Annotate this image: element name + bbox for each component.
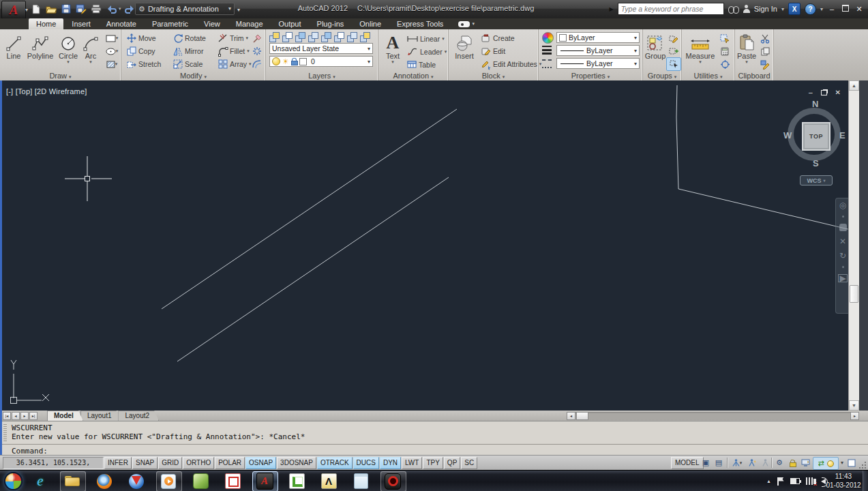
- edit-attributes-button[interactable]: Edit Attributes▾: [481, 58, 541, 70]
- panel-label-groups[interactable]: Groups ▾: [643, 72, 681, 80]
- wcs-menu[interactable]: WCS▾: [800, 175, 833, 185]
- taskbar-browser-icon[interactable]: [126, 472, 147, 490]
- fillet-button[interactable]: Fillet▾: [218, 45, 250, 57]
- tab-online[interactable]: Online: [352, 18, 389, 29]
- command-window-grip[interactable]: [3, 424, 7, 442]
- copy-button[interactable]: Copy: [127, 45, 155, 57]
- circle-button[interactable]: Circle ▾: [56, 31, 80, 64]
- toggle-osnap[interactable]: OSNAP: [245, 457, 276, 469]
- toggle-snap[interactable]: SNAP: [132, 457, 158, 469]
- scale-button[interactable]: Scale: [173, 58, 203, 70]
- hscroll-thumb[interactable]: [576, 412, 588, 420]
- polyline-button[interactable]: Polyline: [25, 31, 56, 60]
- window-close-button[interactable]: ✕: [854, 4, 864, 14]
- group-button[interactable]: Group: [644, 31, 667, 60]
- toggle-tpy[interactable]: TPY: [423, 457, 443, 469]
- redo-button[interactable]: [124, 3, 136, 15]
- layer-freeze-icon[interactable]: [334, 32, 344, 42]
- undo-button[interactable]: [105, 3, 117, 15]
- viewcube-south[interactable]: S: [813, 158, 819, 168]
- block-edit-button[interactable]: Edit: [481, 45, 505, 57]
- tab-home[interactable]: Home: [29, 18, 63, 29]
- save-button[interactable]: [60, 3, 72, 15]
- tab-manage[interactable]: Manage: [228, 18, 271, 29]
- quick-select-button[interactable]: [717, 31, 732, 45]
- help-icon[interactable]: ?: [805, 3, 816, 15]
- group-selection-toggle-button[interactable]: [666, 57, 681, 71]
- block-create-button[interactable]: Create: [481, 32, 515, 44]
- start-button[interactable]: [4, 472, 23, 490]
- auto-annotate-button[interactable]: [759, 457, 771, 468]
- layer-match-icon[interactable]: [282, 32, 292, 42]
- next-layout-button[interactable]: ▸: [20, 412, 29, 420]
- open-file-button[interactable]: [45, 3, 57, 15]
- tab-parametric[interactable]: Parametric: [145, 18, 196, 29]
- vertical-scrollbar[interactable]: ▲ ▼: [848, 80, 859, 411]
- linear-dimension-button[interactable]: Linear▾: [407, 33, 445, 44]
- taskbar-explorer-icon[interactable]: [62, 472, 83, 490]
- taskbar-red-app-icon[interactable]: [222, 472, 243, 490]
- taskbar-recorder-icon[interactable]: [383, 472, 403, 490]
- layer-lock-icon[interactable]: [360, 32, 370, 42]
- panel-label-layers[interactable]: Layers ▾: [266, 72, 378, 80]
- taskbar-autocad-icon[interactable]: [254, 472, 275, 490]
- arc-button[interactable]: Arc ▾: [80, 31, 101, 64]
- viewcube-top-face[interactable]: TOP: [802, 122, 830, 151]
- viewcube-north[interactable]: N: [812, 99, 818, 109]
- panel-label-properties[interactable]: Properties ▾: [539, 72, 642, 80]
- viewcube-east[interactable]: E: [839, 130, 845, 140]
- toggle-dyn[interactable]: DYN: [380, 457, 401, 469]
- show-desktop-button[interactable]: [863, 471, 868, 491]
- move-button[interactable]: Move: [127, 32, 156, 44]
- sign-in-caret-icon[interactable]: ▾: [781, 6, 784, 12]
- search-icon[interactable]: [728, 5, 739, 13]
- toggle-qp[interactable]: QP: [444, 457, 460, 469]
- action-center-icon[interactable]: [777, 477, 784, 486]
- annotation-visibility-button[interactable]: [746, 457, 758, 468]
- panel-label-clipboard[interactable]: Clipboard: [735, 72, 773, 80]
- drawing-canvas[interactable]: [-] [Top] [2D Wireframe] – ✕ N W E S TOP…: [2, 80, 868, 411]
- paste-button[interactable]: Paste ▾: [736, 31, 758, 64]
- toggle-lwt[interactable]: LWT: [402, 457, 422, 469]
- sign-in-link[interactable]: Sign In: [754, 5, 777, 13]
- object-color-icon[interactable]: [542, 32, 554, 44]
- trim-button[interactable]: Trim▾: [218, 32, 248, 44]
- toggle-ducs[interactable]: DUCS: [353, 457, 379, 469]
- array-button[interactable]: Array▾: [218, 58, 252, 70]
- mirror-button[interactable]: Mirror: [173, 45, 203, 57]
- help-caret-icon[interactable]: ▾: [820, 6, 823, 12]
- orbit-icon[interactable]: ↻: [839, 252, 846, 260]
- tab-insert[interactable]: Insert: [64, 18, 98, 29]
- taskbar-clock[interactable]: 11:43 01-03-2012: [826, 472, 861, 490]
- tab-layout2[interactable]: Layout2: [118, 411, 159, 421]
- id-point-button[interactable]: [717, 57, 732, 71]
- taskbar-lambda-app-icon[interactable]: [318, 472, 339, 490]
- drawing-line-2[interactable]: [177, 177, 449, 361]
- leader-button[interactable]: Leader▾: [407, 46, 447, 57]
- exchange-apps-icon[interactable]: X: [788, 3, 800, 15]
- layer-unisolate-icon[interactable]: [321, 32, 331, 42]
- taskbar-ie-icon[interactable]: e: [30, 472, 50, 490]
- hscroll-right-button[interactable]: ▸: [850, 412, 859, 420]
- sync-icon[interactable]: ⇄: [818, 459, 824, 468]
- panel-label-utilities[interactable]: Utilities ▾: [682, 72, 734, 80]
- quick-view-drawings-button[interactable]: ▤: [713, 457, 725, 468]
- scroll-thumb[interactable]: [850, 285, 858, 303]
- plot-button[interactable]: [90, 3, 102, 15]
- match-properties-button[interactable]: [758, 57, 773, 71]
- ribbon-state-icon[interactable]: [458, 21, 470, 27]
- tab-layout1[interactable]: Layout1: [80, 411, 121, 421]
- toggle-otrack[interactable]: OTRACK: [317, 457, 353, 469]
- clean-screen-button[interactable]: [845, 457, 858, 468]
- viewport-controls-label[interactable]: [-] [Top] [2D Wireframe]: [6, 87, 87, 95]
- panel-label-modify[interactable]: Modify ▾: [121, 72, 265, 80]
- ribbon-state-caret-icon[interactable]: ▾: [472, 21, 475, 27]
- coordinate-display[interactable]: 36.3451, 105.1523, 0.0000: [3, 457, 104, 469]
- layer-properties-icon[interactable]: [269, 32, 279, 42]
- search-input[interactable]: [618, 3, 724, 15]
- battery-icon[interactable]: [790, 478, 800, 484]
- toggle-ortho[interactable]: ORTHO: [183, 457, 214, 469]
- panel-label-draw[interactable]: Draw ▾: [0, 72, 121, 80]
- workspace-switcher[interactable]: ⚙ Drafting & Annotation ▾: [135, 3, 235, 15]
- hscroll-left-button[interactable]: ◂: [567, 412, 575, 420]
